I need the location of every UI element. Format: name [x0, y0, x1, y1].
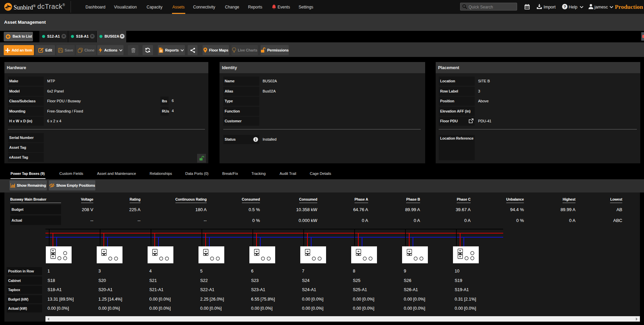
svg-text:?: ?	[564, 5, 566, 9]
